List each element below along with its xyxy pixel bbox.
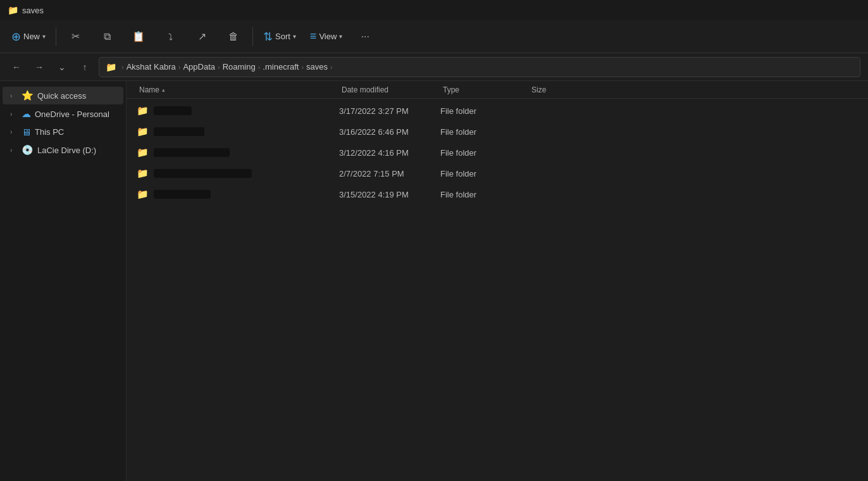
- delete-button[interactable]: 🗑: [218, 23, 249, 51]
- view-button[interactable]: ≡ View ▾: [304, 23, 349, 51]
- col-date-label: Date modified: [342, 85, 388, 94]
- sidebar-item-this-pc[interactable]: › 🖥 This PC: [3, 123, 123, 141]
- file-type-1: File folder: [440, 106, 476, 116]
- sidebar: › ⭐ Quick access › ☁ OneDrive - Personal…: [0, 81, 127, 481]
- file-row[interactable]: 📁 3/16/2022 6:46 PM File folder: [129, 122, 865, 142]
- folder-icon-2: 📁: [137, 126, 149, 137]
- column-headers: Name ▴ Date modified Type Size: [127, 81, 868, 99]
- file-row[interactable]: 📁 2/7/2022 7:15 PM File folder: [129, 163, 865, 184]
- sort-chevron-icon: ▾: [293, 33, 296, 40]
- col-header-name[interactable]: Name ▴: [134, 81, 337, 99]
- sort-icon: ⇅: [263, 30, 273, 44]
- breadcrumb-minecraft[interactable]: .minecraft: [263, 62, 299, 72]
- main-layout: › ⭐ Quick access › ☁ OneDrive - Personal…: [0, 81, 868, 481]
- delete-icon: 🗑: [228, 31, 239, 42]
- copy-button[interactable]: ⧉: [92, 23, 122, 51]
- file-name-1: [154, 106, 192, 115]
- paste-button[interactable]: 📋: [123, 23, 154, 51]
- breadcrumb-appdata[interactable]: AppData: [183, 62, 215, 72]
- back-button[interactable]: ←: [8, 58, 25, 76]
- breadcrumb-roaming[interactable]: Roaming: [223, 62, 256, 72]
- file-type-cell-5: File folder: [440, 190, 529, 199]
- breadcrumb-sep-3: ›: [258, 63, 261, 71]
- file-name-cell-4: 📁: [137, 168, 339, 179]
- col-header-size[interactable]: Size: [526, 81, 590, 99]
- file-type-cell-1: File folder: [440, 106, 529, 116]
- sidebar-item-lacie[interactable]: › 💿 LaCie Dirve (D:): [3, 141, 123, 159]
- new-icon: ⊕: [11, 30, 21, 44]
- file-date-5: 3/15/2022 4:19 PM: [339, 190, 409, 199]
- file-type-cell-4: File folder: [440, 169, 529, 178]
- address-bar: ← → ⌄ ↑ 📁 › Akshat Kabra › AppData › Roa…: [0, 53, 868, 81]
- breadcrumb-sep-1: ›: [178, 63, 181, 71]
- file-date-cell-1: 3/17/2022 3:27 PM: [339, 106, 440, 116]
- breadcrumb-saves[interactable]: saves: [306, 62, 328, 72]
- onedrive-arrow-icon: ›: [10, 111, 18, 118]
- file-date-cell-5: 3/15/2022 4:19 PM: [339, 190, 440, 199]
- move-button[interactable]: ⤵: [155, 23, 185, 51]
- up-button[interactable]: ↑: [76, 58, 94, 76]
- file-name-cell-3: 📁: [137, 147, 339, 158]
- folder-icon-4: 📁: [137, 168, 149, 179]
- file-name-cell-2: 📁: [137, 126, 339, 137]
- file-list: 📁 3/17/2022 3:27 PM File folder 📁 3/16/2: [127, 99, 868, 481]
- new-label: New: [23, 32, 40, 41]
- more-button[interactable]: ···: [350, 23, 380, 51]
- breadcrumb-sep-0: ›: [121, 63, 124, 71]
- sidebar-label-onedrive: OneDrive - Personal: [35, 109, 109, 119]
- toolbar-sep-1: [56, 27, 56, 46]
- breadcrumb[interactable]: 📁 › Akshat Kabra › AppData › Roaming › .…: [99, 57, 860, 77]
- share-button[interactable]: ↗: [187, 23, 217, 51]
- file-type-3: File folder: [440, 148, 476, 158]
- col-size-label: Size: [531, 85, 546, 94]
- sidebar-item-onedrive[interactable]: › ☁ OneDrive - Personal: [3, 105, 123, 123]
- sort-button[interactable]: ⇅ Sort ▾: [257, 23, 302, 51]
- sidebar-item-quick-access[interactable]: › ⭐ Quick access: [3, 87, 123, 104]
- file-date-1: 3/17/2022 3:27 PM: [339, 106, 409, 116]
- col-name-label: Name: [139, 85, 159, 94]
- view-chevron-icon: ▾: [339, 33, 342, 40]
- title-bar-text: saves: [22, 6, 44, 15]
- view-icon: ≡: [310, 30, 317, 43]
- sidebar-label-this-pc: This PC: [35, 127, 64, 137]
- thispc-arrow-icon: ›: [10, 128, 18, 135]
- file-date-2: 3/16/2022 6:46 PM: [339, 127, 409, 137]
- file-row[interactable]: 📁 3/12/2022 4:16 PM File folder: [129, 142, 865, 163]
- breadcrumb-akshat[interactable]: Akshat Kabra: [127, 62, 176, 72]
- file-date-4: 2/7/2022 7:15 PM: [339, 169, 404, 178]
- file-type-5: File folder: [440, 190, 476, 199]
- file-name-4: [154, 169, 252, 178]
- file-type-cell-3: File folder: [440, 148, 529, 158]
- file-row[interactable]: 📁 3/17/2022 3:27 PM File folder: [129, 101, 865, 121]
- folder-icon-5: 📁: [137, 189, 149, 200]
- file-date-cell-3: 3/12/2022 4:16 PM: [339, 148, 440, 158]
- view-label: View: [319, 32, 337, 41]
- cut-button[interactable]: ✂: [60, 23, 90, 51]
- cut-icon: ✂: [71, 30, 80, 42]
- file-date-cell-4: 2/7/2022 7:15 PM: [339, 169, 440, 178]
- breadcrumb-sep-2: ›: [218, 63, 220, 71]
- sidebar-label-lacie: LaCie Dirve (D:): [37, 146, 96, 155]
- toolbar: ⊕ New ▾ ✂ ⧉ 📋 ⤵ ↗ 🗑 ⇅ Sort ▾ ≡ View ▾ ··…: [0, 20, 868, 53]
- sidebar-label-quick-access: Quick access: [37, 91, 86, 101]
- file-row[interactable]: 📁 3/15/2022 4:19 PM File folder: [129, 184, 865, 204]
- lacie-drive-icon: 💿: [22, 144, 34, 156]
- new-chevron-icon: ▾: [42, 33, 46, 40]
- sort-label: Sort: [275, 32, 290, 41]
- col-header-type[interactable]: Type: [438, 81, 526, 99]
- content-area: Name ▴ Date modified Type Size 📁 3/1: [127, 81, 868, 481]
- file-name-cell-1: 📁: [137, 105, 339, 116]
- onedrive-cloud-icon: ☁: [22, 108, 31, 120]
- col-header-date[interactable]: Date modified: [337, 81, 438, 99]
- share-icon: ↗: [198, 30, 206, 42]
- breadcrumb-folder-icon: 📁: [106, 62, 116, 72]
- recent-button[interactable]: ⌄: [53, 58, 71, 76]
- thispc-pc-icon: 🖥: [22, 127, 31, 137]
- copy-icon: ⧉: [104, 31, 111, 42]
- new-button[interactable]: ⊕ New ▾: [5, 23, 52, 51]
- file-name-3: [154, 148, 230, 157]
- file-name-5: [154, 190, 211, 199]
- more-icon: ···: [361, 31, 369, 42]
- move-icon: ⤵: [168, 32, 173, 42]
- forward-button[interactable]: →: [30, 58, 48, 76]
